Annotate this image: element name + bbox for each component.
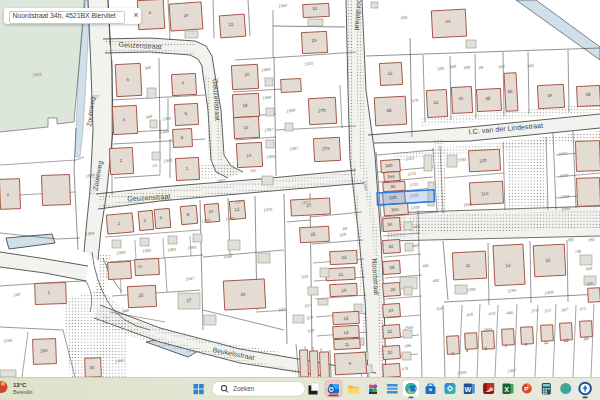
svg-text:Zoeken: Zoeken <box>233 385 255 392</box>
svg-text:751: 751 <box>249 168 256 174</box>
svg-text:11a: 11a <box>481 191 489 197</box>
svg-text:X: X <box>504 386 509 393</box>
svg-text:851: 851 <box>588 237 595 243</box>
svg-text:P: P <box>524 386 528 392</box>
svg-text:36a: 36a <box>387 174 396 180</box>
svg-text:268: 268 <box>12 292 21 298</box>
svg-text:36b: 36b <box>385 163 394 169</box>
svg-text:27a: 27a <box>322 146 331 152</box>
svg-text:27b: 27b <box>318 108 327 114</box>
svg-text:34a: 34a <box>391 207 400 213</box>
svg-text:11b: 11b <box>479 158 487 164</box>
svg-text:34b: 34b <box>389 195 398 201</box>
svg-text:491: 491 <box>422 263 429 269</box>
svg-text:13.: 13. <box>152 163 158 169</box>
svg-text:Bewolkt: Bewolkt <box>13 389 33 395</box>
svg-text:13°C: 13°C <box>13 382 27 388</box>
svg-text:671: 671 <box>579 306 586 312</box>
svg-text:1211: 1211 <box>407 171 416 177</box>
svg-text:891: 891 <box>498 64 505 70</box>
svg-text:23a: 23a <box>40 348 49 354</box>
svg-text:W: W <box>464 386 471 393</box>
